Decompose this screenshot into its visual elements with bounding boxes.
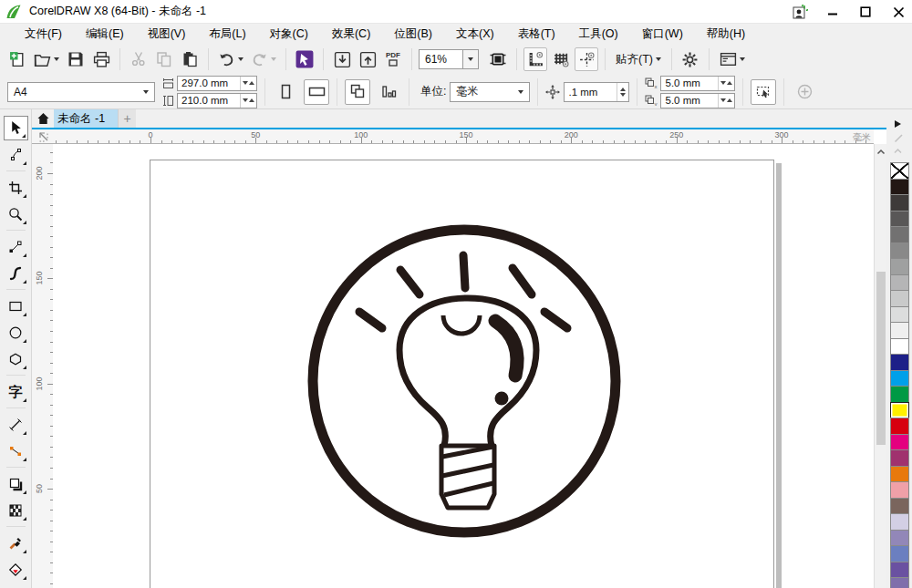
duplicate-y-field[interactable]: 5.0 mm	[660, 93, 735, 108]
page-size-combo[interactable]: A4	[7, 82, 155, 102]
zoom-tool[interactable]	[4, 201, 28, 226]
swatch-e4007f[interactable]	[890, 434, 909, 451]
page-height-field[interactable]: 210.0 mm	[177, 93, 257, 108]
palette-scroll-up-icon[interactable]	[893, 146, 903, 156]
ruler-origin-button[interactable]	[32, 129, 53, 144]
current-page-button[interactable]	[376, 79, 401, 105]
menu-item-10[interactable]: 窗口(W)	[630, 25, 695, 44]
swatch-727171[interactable]	[890, 226, 909, 243]
close-button[interactable]	[890, 5, 907, 19]
swatch-1d2088[interactable]	[890, 354, 909, 371]
snap-to-dropdown[interactable]: 贴齐(T)	[612, 52, 665, 67]
text-tool[interactable]: 字	[4, 379, 28, 404]
document-page[interactable]	[150, 160, 774, 588]
swatch-c9caca[interactable]	[890, 290, 909, 307]
open-icon[interactable]	[31, 47, 62, 71]
print-icon[interactable]	[89, 47, 113, 71]
menu-item-1[interactable]: 编辑(E)	[74, 25, 136, 44]
new-tab-button[interactable]: +	[118, 109, 136, 128]
maximize-button[interactable]	[857, 5, 874, 19]
cut-icon[interactable]	[127, 47, 150, 71]
swatch-221714[interactable]	[890, 179, 909, 196]
menu-item-9[interactable]: 工具(O)	[567, 25, 630, 44]
menu-item-5[interactable]: 效果(C)	[320, 25, 382, 44]
publish-pdf-icon[interactable]: PDF	[381, 47, 405, 71]
scrollbar-thumb[interactable]	[876, 272, 886, 445]
swatch-f0a0a8[interactable]	[890, 481, 909, 499]
swatch-00a0e9[interactable]	[890, 370, 909, 387]
swatch-7a655d[interactable]	[890, 498, 909, 515]
save-icon[interactable]	[64, 47, 88, 71]
connector-tool[interactable]	[4, 438, 28, 463]
portrait-orientation-button[interactable]	[273, 79, 298, 105]
interactive-fill-tool[interactable]	[4, 557, 28, 582]
artistic-media-tool[interactable]	[4, 261, 28, 285]
vertical-scrollbar[interactable]	[874, 144, 886, 588]
swatch-3e3a39[interactable]	[890, 194, 909, 211]
swatch-ffffff[interactable]	[890, 338, 909, 356]
lightbulb-logo-drawing[interactable]	[150, 160, 775, 588]
undo-icon[interactable]	[215, 47, 246, 71]
pick-tool[interactable]	[4, 116, 28, 140]
all-pages-button[interactable]	[345, 79, 370, 105]
page-width-field[interactable]: 297.0 mm	[177, 76, 257, 91]
vertical-ruler[interactable]: 50100150200	[32, 144, 53, 588]
crop-tool[interactable]	[4, 175, 28, 200]
menu-item-7[interactable]: 文本(X)	[444, 25, 506, 44]
swatch-898989[interactable]	[890, 242, 909, 260]
landscape-orientation-button[interactable]	[304, 79, 329, 105]
fullscreen-preview-icon[interactable]	[486, 47, 510, 71]
account-icon[interactable]	[792, 5, 808, 19]
transparency-tool[interactable]	[4, 498, 28, 522]
rectangle-tool[interactable]	[4, 294, 28, 318]
export-icon[interactable]	[356, 47, 379, 71]
swatch-e8790d[interactable]	[890, 466, 909, 483]
menu-item-8[interactable]: 表格(T)	[506, 25, 567, 44]
units-combo[interactable]: 毫米	[450, 82, 530, 102]
window-options-icon[interactable]	[716, 47, 749, 71]
new-document-icon[interactable]	[5, 47, 29, 71]
swatch-no-color[interactable]	[890, 162, 909, 180]
show-grid-icon[interactable]	[549, 47, 573, 71]
palette-flyout-arrow[interactable]	[895, 120, 901, 128]
swatch-efefef[interactable]	[890, 322, 909, 339]
import-icon[interactable]	[330, 47, 354, 71]
copy-icon[interactable]	[152, 47, 176, 71]
add-preset-icon[interactable]	[792, 79, 817, 105]
zoom-combo-arrow[interactable]	[462, 50, 478, 68]
nudge-distance-field[interactable]: .1 mm	[564, 82, 629, 102]
swatch-595757[interactable]	[890, 211, 909, 228]
swatch-009944[interactable]	[890, 386, 909, 403]
drawing-canvas[interactable]	[53, 144, 874, 588]
menu-item-11[interactable]: 帮助(H)	[695, 25, 757, 44]
menu-item-2[interactable]: 视图(V)	[136, 25, 198, 44]
menu-item-0[interactable]: 文件(F)	[13, 25, 74, 44]
ellipse-tool[interactable]	[4, 320, 28, 345]
app-launcher-icon[interactable]	[293, 47, 316, 71]
drop-shadow-tool[interactable]	[4, 471, 28, 496]
home-tab-icon[interactable]	[32, 109, 54, 128]
swatch-6a51a1[interactable]	[890, 562, 909, 579]
swatch-d3cfe5[interactable]	[890, 513, 909, 531]
polygon-tool[interactable]	[4, 346, 28, 371]
freehand-tool[interactable]	[4, 234, 28, 259]
color-eyedropper-tool[interactable]	[4, 531, 28, 555]
swatch-fff100[interactable]	[890, 402, 909, 419]
paste-icon[interactable]	[178, 47, 202, 71]
show-rulers-icon[interactable]	[523, 47, 547, 71]
zoom-level-combo[interactable]: 61%	[419, 49, 479, 69]
menu-item-6[interactable]: 位图(B)	[382, 25, 444, 44]
swatch-a0326e[interactable]	[890, 449, 909, 467]
swatch-6b7fc0[interactable]	[890, 545, 909, 562]
menu-item-4[interactable]: 对象(C)	[258, 25, 320, 44]
scroll-up-arrow[interactable]	[875, 146, 886, 158]
options-gear-icon[interactable]	[679, 47, 702, 71]
redo-icon[interactable]	[248, 47, 279, 71]
menu-item-3[interactable]: 布局(L)	[197, 25, 257, 44]
parallel-dimension-tool[interactable]	[4, 412, 28, 437]
show-guidelines-icon[interactable]	[575, 47, 598, 71]
treat-as-filled-button[interactable]	[751, 79, 776, 105]
shape-tool[interactable]	[4, 142, 28, 167]
duplicate-x-field[interactable]: 5.0 mm	[660, 76, 735, 91]
swatch-9fa0a0[interactable]	[890, 258, 909, 275]
